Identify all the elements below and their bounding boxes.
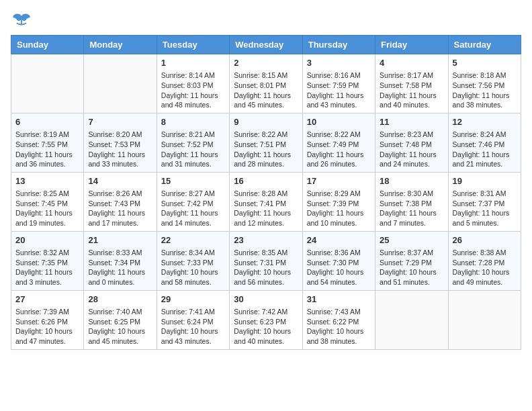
calendar-cell: 7Sunrise: 8:20 AM Sunset: 7:53 PM Daylig… (84, 113, 157, 172)
day-number: 13 (15, 175, 79, 187)
day-number: 5 (453, 57, 517, 69)
day-info: Sunrise: 8:38 AM Sunset: 7:28 PM Dayligh… (453, 248, 517, 287)
calendar-cell: 11Sunrise: 8:23 AM Sunset: 7:48 PM Dayli… (375, 113, 448, 172)
day-info: Sunrise: 8:31 AM Sunset: 7:37 PM Dayligh… (453, 189, 517, 228)
calendar-cell: 10Sunrise: 8:22 AM Sunset: 7:49 PM Dayli… (302, 113, 375, 172)
calendar-week-5: 27Sunrise: 7:39 AM Sunset: 6:26 PM Dayli… (11, 290, 521, 349)
calendar-header-row: SundayMondayTuesdayWednesdayThursdayFrid… (11, 36, 521, 54)
day-number: 29 (161, 293, 225, 306)
day-info: Sunrise: 8:16 AM Sunset: 7:59 PM Dayligh… (307, 71, 371, 110)
header-thursday: Thursday (302, 36, 375, 54)
day-number: 22 (161, 234, 225, 246)
day-info: Sunrise: 8:35 AM Sunset: 7:31 PM Dayligh… (234, 248, 298, 287)
calendar-cell: 30Sunrise: 7:42 AM Sunset: 6:23 PM Dayli… (230, 290, 302, 349)
day-number: 31 (307, 293, 371, 306)
header-sunday: Sunday (11, 36, 84, 54)
day-info: Sunrise: 8:23 AM Sunset: 7:48 PM Dayligh… (380, 130, 443, 169)
calendar-cell: 15Sunrise: 8:27 AM Sunset: 7:42 PM Dayli… (157, 172, 229, 231)
day-number: 17 (307, 175, 371, 187)
day-number: 28 (88, 293, 152, 306)
calendar-cell: 12Sunrise: 8:24 AM Sunset: 7:46 PM Dayli… (448, 113, 521, 172)
calendar-cell: 1Sunrise: 8:14 AM Sunset: 8:03 PM Daylig… (157, 54, 229, 113)
day-info: Sunrise: 8:14 AM Sunset: 8:03 PM Dayligh… (161, 71, 225, 110)
day-info: Sunrise: 8:29 AM Sunset: 7:39 PM Dayligh… (307, 189, 371, 228)
day-info: Sunrise: 8:27 AM Sunset: 7:42 PM Dayligh… (161, 189, 225, 228)
day-number: 24 (307, 234, 371, 246)
day-info: Sunrise: 8:36 AM Sunset: 7:30 PM Dayligh… (307, 248, 371, 287)
day-number: 19 (453, 175, 517, 187)
day-info: Sunrise: 8:33 AM Sunset: 7:34 PM Dayligh… (88, 248, 152, 287)
day-number: 20 (15, 234, 79, 246)
day-info: Sunrise: 8:22 AM Sunset: 7:51 PM Dayligh… (234, 130, 298, 169)
calendar-cell (448, 290, 521, 349)
day-number: 27 (15, 293, 79, 306)
day-info: Sunrise: 8:22 AM Sunset: 7:49 PM Dayligh… (307, 130, 371, 169)
calendar-cell: 3Sunrise: 8:16 AM Sunset: 7:59 PM Daylig… (302, 54, 375, 113)
header-friday: Friday (375, 36, 448, 54)
calendar-cell: 6Sunrise: 8:19 AM Sunset: 7:55 PM Daylig… (11, 113, 84, 172)
day-number: 6 (15, 116, 79, 128)
calendar-cell: 13Sunrise: 8:25 AM Sunset: 7:45 PM Dayli… (11, 172, 84, 231)
day-number: 11 (380, 116, 443, 128)
calendar-week-2: 6Sunrise: 8:19 AM Sunset: 7:55 PM Daylig… (11, 113, 521, 172)
day-info: Sunrise: 8:26 AM Sunset: 7:43 PM Dayligh… (88, 189, 152, 228)
calendar-cell: 24Sunrise: 8:36 AM Sunset: 7:30 PM Dayli… (302, 231, 375, 290)
calendar-cell (11, 54, 84, 113)
day-number: 1 (161, 57, 225, 69)
day-number: 15 (161, 175, 225, 187)
calendar-cell: 20Sunrise: 8:32 AM Sunset: 7:35 PM Dayli… (11, 231, 84, 290)
logo-icon (11, 11, 32, 30)
calendar-cell: 18Sunrise: 8:30 AM Sunset: 7:38 PM Dayli… (375, 172, 448, 231)
day-number: 16 (234, 175, 298, 187)
day-number: 30 (234, 293, 298, 306)
day-number: 7 (88, 116, 152, 128)
calendar-cell: 22Sunrise: 8:34 AM Sunset: 7:33 PM Dayli… (157, 231, 229, 290)
day-number: 25 (380, 234, 443, 246)
calendar-cell: 28Sunrise: 7:40 AM Sunset: 6:25 PM Dayli… (84, 290, 157, 349)
day-info: Sunrise: 8:28 AM Sunset: 7:41 PM Dayligh… (234, 189, 298, 228)
day-info: Sunrise: 7:39 AM Sunset: 6:26 PM Dayligh… (15, 307, 79, 347)
day-info: Sunrise: 8:17 AM Sunset: 7:58 PM Dayligh… (380, 71, 443, 110)
day-info: Sunrise: 7:40 AM Sunset: 6:25 PM Dayligh… (88, 307, 152, 347)
day-number: 23 (234, 234, 298, 246)
header-wednesday: Wednesday (230, 36, 302, 54)
day-number: 21 (88, 234, 152, 246)
calendar-cell: 19Sunrise: 8:31 AM Sunset: 7:37 PM Dayli… (448, 172, 521, 231)
day-info: Sunrise: 7:41 AM Sunset: 6:24 PM Dayligh… (161, 307, 225, 347)
calendar-cell: 2Sunrise: 8:15 AM Sunset: 8:01 PM Daylig… (230, 54, 302, 113)
day-number: 3 (307, 57, 371, 69)
day-info: Sunrise: 8:18 AM Sunset: 7:56 PM Dayligh… (453, 71, 517, 110)
day-number: 2 (234, 57, 298, 69)
calendar-cell: 27Sunrise: 7:39 AM Sunset: 6:26 PM Dayli… (11, 290, 84, 349)
day-number: 9 (234, 116, 298, 128)
day-info: Sunrise: 8:37 AM Sunset: 7:29 PM Dayligh… (380, 248, 443, 287)
day-info: Sunrise: 8:20 AM Sunset: 7:53 PM Dayligh… (88, 130, 152, 169)
calendar-cell: 31Sunrise: 7:43 AM Sunset: 6:22 PM Dayli… (302, 290, 375, 349)
day-number: 4 (380, 57, 443, 69)
calendar-week-4: 20Sunrise: 8:32 AM Sunset: 7:35 PM Dayli… (11, 231, 521, 290)
calendar-cell: 14Sunrise: 8:26 AM Sunset: 7:43 PM Dayli… (84, 172, 157, 231)
calendar-week-1: 1Sunrise: 8:14 AM Sunset: 8:03 PM Daylig… (11, 54, 521, 113)
day-number: 26 (453, 234, 517, 246)
calendar-cell: 17Sunrise: 8:29 AM Sunset: 7:39 PM Dayli… (302, 172, 375, 231)
logo (11, 11, 35, 30)
calendar-cell: 4Sunrise: 8:17 AM Sunset: 7:58 PM Daylig… (375, 54, 448, 113)
day-info: Sunrise: 8:32 AM Sunset: 7:35 PM Dayligh… (15, 248, 79, 287)
day-number: 10 (307, 116, 371, 128)
calendar-cell: 23Sunrise: 8:35 AM Sunset: 7:31 PM Dayli… (230, 231, 302, 290)
day-info: Sunrise: 8:21 AM Sunset: 7:52 PM Dayligh… (161, 130, 225, 169)
header-saturday: Saturday (448, 36, 521, 54)
day-info: Sunrise: 8:25 AM Sunset: 7:45 PM Dayligh… (15, 189, 79, 228)
header-tuesday: Tuesday (157, 36, 229, 54)
calendar-cell: 16Sunrise: 8:28 AM Sunset: 7:41 PM Dayli… (230, 172, 302, 231)
calendar-cell: 9Sunrise: 8:22 AM Sunset: 7:51 PM Daylig… (230, 113, 302, 172)
calendar-table: SundayMondayTuesdayWednesdayThursdayFrid… (11, 35, 521, 350)
day-info: Sunrise: 8:30 AM Sunset: 7:38 PM Dayligh… (380, 189, 443, 228)
day-number: 14 (88, 175, 152, 187)
calendar-cell (84, 54, 157, 113)
calendar-cell (375, 290, 448, 349)
day-info: Sunrise: 8:34 AM Sunset: 7:33 PM Dayligh… (161, 248, 225, 287)
day-number: 12 (453, 116, 517, 128)
calendar-cell: 26Sunrise: 8:38 AM Sunset: 7:28 PM Dayli… (448, 231, 521, 290)
day-info: Sunrise: 8:15 AM Sunset: 8:01 PM Dayligh… (234, 71, 298, 110)
